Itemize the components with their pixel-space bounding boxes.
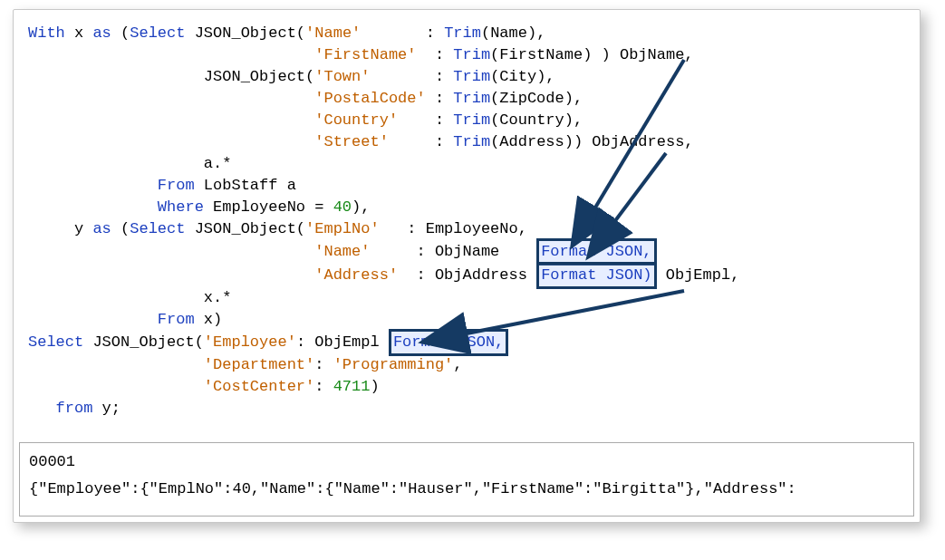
- code-token: [28, 90, 314, 107]
- output-panel: 00001 {"Employee":{"EmplNo":40,"Name":{"…: [19, 442, 914, 517]
- code-line: a.*: [14, 153, 920, 175]
- code-token: (Address)) ObjAddress,: [490, 133, 693, 150]
- code-token: y: [28, 220, 92, 237]
- code-line: From LobStaff a: [14, 175, 920, 197]
- code-token: 'Name': [314, 243, 370, 260]
- code-token: [28, 198, 158, 216]
- code-line: 'CostCenter': 4711): [14, 376, 920, 398]
- format-json-highlight: Format JSON,: [389, 329, 508, 356]
- code-token: 40: [333, 198, 352, 216]
- code-token: Trim: [444, 24, 481, 42]
- code-token: Select: [28, 333, 83, 351]
- code-token: Select: [130, 220, 185, 237]
- code-token: 'Address': [314, 266, 398, 284]
- code-token: x: [65, 24, 93, 42]
- code-token: a.*: [28, 155, 231, 172]
- code-token: x): [195, 311, 223, 328]
- code-token: 'CostCenter': [204, 378, 314, 395]
- code-token: [28, 400, 56, 417]
- code-token: x.*: [28, 289, 231, 306]
- format-json-highlight: Format JSON): [536, 262, 656, 289]
- code-token: From: [158, 177, 195, 194]
- code-token: ),: [352, 198, 370, 216]
- code-token: ,: [453, 356, 462, 373]
- code-line: 'FirstName' : Trim(FirstName) ) ObjName,: [14, 44, 920, 66]
- code-token: Trim: [453, 133, 490, 150]
- code-token: 'FirstName': [314, 46, 416, 63]
- code-token: (Name),: [481, 24, 545, 42]
- code-line: 'Name' : ObjName Format JSON,: [14, 240, 920, 264]
- code-token: Trim: [453, 90, 490, 107]
- code-token: :: [398, 111, 453, 129]
- code-token: (ZipCode),: [490, 90, 583, 107]
- code-token: [28, 311, 158, 328]
- code-token: ObjEmpl,: [657, 266, 740, 284]
- code-token: : ObjAddress: [398, 266, 536, 284]
- code-token: :: [361, 24, 444, 42]
- page-stage: With x as (Select JSON_Object('Name' : T…: [0, 0, 945, 560]
- code-token: 'Town': [314, 68, 370, 85]
- code-token: [28, 46, 314, 63]
- code-token: 4711: [333, 378, 371, 395]
- code-token: With: [28, 24, 65, 42]
- code-line: 'PostalCode' : Trim(ZipCode),: [14, 88, 920, 110]
- code-token: EmployeeNo =: [204, 198, 333, 216]
- code-token: 'Employee': [204, 333, 296, 351]
- code-token: : EmployeeNo,: [380, 220, 527, 237]
- code-token: :: [426, 90, 454, 107]
- code-token: 'EmplNo': [305, 220, 380, 237]
- code-token: (: [111, 220, 130, 237]
- code-token: (Country),: [490, 111, 583, 129]
- code-token: (City),: [490, 68, 554, 85]
- code-token: JSON_Object(: [185, 24, 305, 42]
- code-token: [28, 243, 314, 260]
- code-line: Select JSON_Object('Employee': ObjEmpl F…: [14, 331, 920, 354]
- code-token: Trim: [453, 68, 490, 85]
- code-token: 'Programming': [333, 356, 454, 373]
- code-token: Trim: [453, 46, 490, 63]
- code-line: With x as (Select JSON_Object('Name' : T…: [14, 23, 920, 44]
- code-token: [28, 177, 158, 194]
- code-area: With x as (Select JSON_Object('Name' : T…: [14, 10, 920, 431]
- code-token: 'Name': [305, 24, 361, 42]
- code-token: JSON_Object(: [185, 220, 305, 237]
- code-token: :: [370, 68, 453, 85]
- code-token: 'Country': [314, 111, 398, 129]
- code-token: 'Department': [204, 356, 314, 373]
- code-token: [28, 111, 314, 129]
- code-token: [28, 266, 314, 284]
- code-line: y as (Select JSON_Object('EmplNo' : Empl…: [14, 218, 920, 240]
- code-token: [28, 378, 204, 395]
- code-token: (FirstName) ) ObjName,: [490, 46, 693, 63]
- code-token: LobStaff a: [195, 177, 296, 194]
- code-line: 'Department': 'Programming',: [14, 354, 920, 376]
- code-token: Trim: [453, 111, 490, 129]
- code-token: [28, 133, 314, 150]
- code-token: as: [92, 24, 111, 42]
- code-token: JSON_Object(: [28, 68, 314, 85]
- code-line: Where EmployeeNo = 40),: [14, 197, 920, 218]
- code-token: 'PostalCode': [314, 90, 425, 107]
- code-line: JSON_Object('Town' : Trim(City),: [14, 66, 920, 88]
- code-line: from y;: [14, 398, 920, 420]
- code-token: :: [314, 378, 333, 395]
- code-token: [28, 356, 204, 373]
- code-token: :: [389, 133, 453, 150]
- code-token: ): [370, 378, 379, 395]
- code-token: Select: [130, 24, 185, 42]
- code-token: y;: [92, 400, 121, 417]
- code-line: 'Address' : ObjAddress Format JSON) ObjE…: [14, 264, 920, 287]
- code-token: as: [92, 220, 111, 237]
- code-token: JSON_Object(: [83, 333, 204, 351]
- code-line: 'Country' : Trim(Country),: [14, 110, 920, 131]
- output-header: 00001: [29, 449, 904, 476]
- output-json: {"Employee":{"EmplNo":40,"Name":{"Name":…: [29, 476, 904, 503]
- code-token: From: [158, 311, 195, 328]
- code-token: Where: [158, 198, 204, 216]
- code-token: : ObjEmpl: [296, 333, 389, 351]
- code-token: : ObjName: [370, 243, 536, 260]
- code-token: from: [56, 400, 93, 417]
- code-line: From x): [14, 309, 920, 331]
- code-token: 'Street': [314, 133, 389, 150]
- code-line: x.*: [14, 287, 920, 309]
